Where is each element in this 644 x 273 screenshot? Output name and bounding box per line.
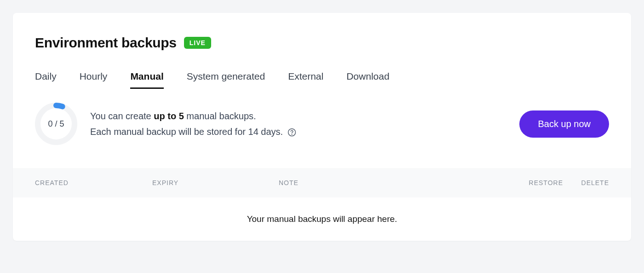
- tab-hourly[interactable]: Hourly: [80, 71, 108, 89]
- svg-point-3: [292, 134, 292, 134]
- info-left: 0 / 5 You can create up to 5 manual back…: [35, 103, 296, 145]
- empty-state: Your manual backups will appear here.: [13, 197, 631, 241]
- info-text: You can create up to 5 manual backups. E…: [90, 108, 296, 139]
- info-line1-suffix: manual backups.: [184, 111, 256, 121]
- tab-external[interactable]: External: [288, 71, 323, 89]
- title-row: Environment backups LIVE: [35, 35, 609, 51]
- page-title: Environment backups: [35, 35, 177, 51]
- column-created: CREATED: [35, 179, 152, 186]
- backup-now-button[interactable]: Back up now: [519, 110, 609, 138]
- gauge-value: 0 / 5: [48, 119, 64, 129]
- info-section: 0 / 5 You can create up to 5 manual back…: [13, 89, 631, 168]
- tab-download[interactable]: Download: [346, 71, 389, 89]
- info-line1-bold: up to 5: [154, 111, 184, 121]
- info-line1-prefix: You can create: [90, 111, 154, 121]
- tab-manual[interactable]: Manual: [130, 71, 163, 89]
- column-delete: DELETE: [563, 179, 609, 186]
- card-header: Environment backups LIVE Daily Hourly Ma…: [13, 13, 631, 89]
- column-restore: RESTORE: [487, 179, 563, 186]
- tab-daily[interactable]: Daily: [35, 71, 57, 89]
- table-header: CREATED EXPIRY NOTE RESTORE DELETE: [13, 168, 631, 197]
- usage-gauge: 0 / 5: [35, 103, 77, 145]
- tabs: Daily Hourly Manual System generated Ext…: [35, 71, 609, 89]
- info-line2: Each manual backup will be stored for 14…: [90, 127, 283, 137]
- backups-card: Environment backups LIVE Daily Hourly Ma…: [13, 13, 631, 241]
- help-icon[interactable]: [288, 128, 296, 137]
- tab-system-generated[interactable]: System generated: [187, 71, 265, 89]
- live-badge: LIVE: [184, 37, 211, 49]
- column-note: NOTE: [279, 179, 487, 186]
- column-expiry: EXPIRY: [152, 179, 279, 186]
